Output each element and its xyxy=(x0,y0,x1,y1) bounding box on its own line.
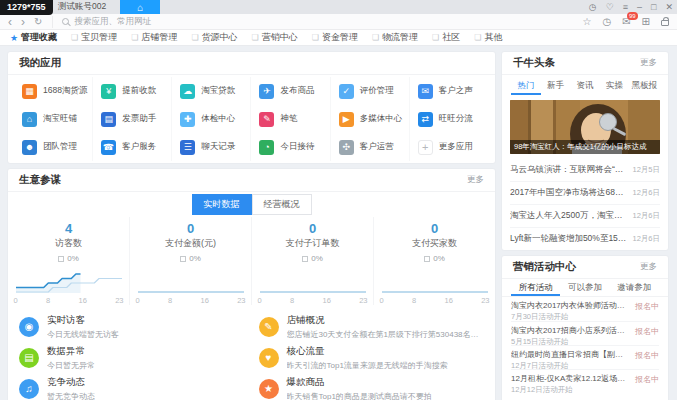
tab-invited[interactable]: 邀请参加 xyxy=(610,279,659,296)
nav-item-wuliu[interactable]: ❏物流管理 xyxy=(372,31,418,44)
stat-sub-orders[interactable]: 0 支付子订单数 0% xyxy=(251,217,373,265)
tab-practice[interactable]: 实操 xyxy=(600,75,630,95)
business-advisor-title: 生意参谋 xyxy=(19,173,61,187)
headlines-more-link[interactable]: 更多 xyxy=(640,57,657,69)
app-icon: ☻ xyxy=(22,140,37,155)
news-item[interactable]: Lyft新一轮融资增加50%至15亿美元12月6日 xyxy=(510,227,660,250)
speaker-icon: ♫ xyxy=(19,379,39,399)
stat-paying-buyers[interactable]: 0 支付买家数 0% xyxy=(373,217,495,265)
app-item[interactable]: ☁淘宝贷款 xyxy=(172,77,251,105)
close-button[interactable]: ✕ xyxy=(665,3,673,12)
tab-hot[interactable]: 热门 xyxy=(511,75,541,95)
folder-icon: ❏ xyxy=(191,33,198,42)
cart-icon: ★ xyxy=(259,379,279,399)
trend-flat-icon xyxy=(58,256,64,262)
app-item[interactable]: ✈发布商品 xyxy=(251,77,330,105)
app-item[interactable]: ✉客户之声 xyxy=(410,77,489,105)
mini-charts-row: 081623 081623 081623 081623 xyxy=(8,265,495,307)
visitor-pin-icon: ◉ xyxy=(19,317,39,337)
app-item[interactable]: ◔今日接待 xyxy=(251,133,330,161)
lock-icon[interactable] xyxy=(661,20,669,26)
news-item[interactable]: 马云乌镇演讲：互联网将会“从有到无”12月5日 xyxy=(510,158,660,181)
app-item[interactable]: ✎神笔 xyxy=(251,105,330,133)
marketing-more-link[interactable]: 更多 xyxy=(640,261,657,273)
back-button[interactable]: ‹ xyxy=(8,16,12,28)
menu-icon[interactable]: ≡ xyxy=(623,3,628,12)
app-item[interactable]: ✚体检中心 xyxy=(172,105,251,133)
heart-icon[interactable]: ♡ xyxy=(606,3,614,12)
app-icon: ▶ xyxy=(339,112,354,127)
tab-beginner[interactable]: 新手 xyxy=(541,75,571,95)
history-icon[interactable]: ◷ xyxy=(602,16,611,27)
app-item[interactable]: ¥提前收款 xyxy=(93,77,172,105)
pencil-icon: ✎ xyxy=(259,317,279,337)
tab-operations-overview[interactable]: 经营概况 xyxy=(252,194,312,215)
nav-item-yingxiao[interactable]: ❏营销中心 xyxy=(252,31,298,44)
insight-hot-product[interactable]: ★ 爆款商品昨天销售Top1的商品是测试商品请不要拍 xyxy=(259,373,485,400)
folder-icon: ❏ xyxy=(372,33,379,42)
star-icon[interactable]: ☆ xyxy=(583,16,592,27)
app-icon: ✚ xyxy=(180,112,195,127)
app-icon: ☰ xyxy=(180,140,195,155)
tab-all-activities[interactable]: 所有活动 xyxy=(511,279,560,296)
activity-item[interactable]: 淘宝内衣2017招商小店系列活动02-5月15日活动开始 报名中 xyxy=(511,321,659,345)
minimize-button[interactable]: – xyxy=(637,3,642,12)
maximize-button[interactable]: □ xyxy=(651,3,656,12)
activity-item[interactable]: 12月租柜-仅KA卖家12.12返场奖励12月12日活动开始 报名中 xyxy=(511,369,659,393)
news-item[interactable]: 淘宝达人年入2500万，淘宝已成内容创业第一...12月6日 xyxy=(510,204,660,227)
app-item[interactable]: ⌂淘宝旺铺 xyxy=(14,105,93,133)
nav-item-huoyuan[interactable]: ❏货源中心 xyxy=(191,31,237,44)
activity-item[interactable]: 淘宝内衣2017内衣体验师活动招商7月30日活动开始 报名中 xyxy=(511,297,659,321)
insight-core-traffic[interactable]: ♥ 核心流量昨天引流的Top1流量来源是无线端的手淘搜索 xyxy=(259,342,485,373)
insight-shop-overview[interactable]: ✎ 店铺概况您店铺近30天支付金额在第1层级下排行第530438名，较前日上涨1… xyxy=(259,311,485,342)
news-item[interactable]: 2017年中国空净市场将达680万台，锤子畅呼吸...12月6日 xyxy=(510,181,660,204)
app-item[interactable]: ✣客户运营 xyxy=(331,133,410,161)
more-apps-button[interactable]: +更多应用 xyxy=(410,133,489,161)
app-item[interactable]: ▦1688淘货源 xyxy=(14,77,93,105)
app-item[interactable]: ▤发票助手 xyxy=(93,105,172,133)
stats-row: 4 访客数 0% 0 支付金额(元) 0% 0 支付子订单数 0% 0 支付买家… xyxy=(8,217,495,265)
mail-button[interactable]: ✉ 99 xyxy=(622,16,630,27)
nav-item-qita[interactable]: ❏其他 xyxy=(474,31,502,44)
account-tab[interactable]: 测试账号002 xyxy=(58,1,106,13)
clock-icon[interactable]: ◷ xyxy=(589,3,597,12)
folder-icon: ❏ xyxy=(131,33,138,42)
app-item[interactable]: ✓评价管理 xyxy=(331,77,410,105)
manage-favorites-button[interactable]: ★ 管理收藏 xyxy=(10,31,57,44)
search-icon xyxy=(62,18,69,25)
tab-blackboard[interactable]: 黑板报 xyxy=(629,75,659,95)
home-tab[interactable]: ⌂ xyxy=(120,0,160,14)
folder-icon: ❏ xyxy=(71,33,78,42)
stat-payment-amount[interactable]: 0 支付金额(元) 0% xyxy=(129,217,251,265)
insight-realtime-visitors[interactable]: ◉ 实时访客今日无线端暂无访客 xyxy=(19,311,245,342)
featured-article[interactable]: 98年淘宝红人：年成交1亿的小目标达成 xyxy=(510,100,660,154)
app-item[interactable]: ▶多媒体中心 xyxy=(331,105,410,133)
nav-item-baobei[interactable]: ❏宝贝管理 xyxy=(71,31,117,44)
nav-item-dianpu[interactable]: ❏店铺管理 xyxy=(131,31,177,44)
app-icon: ⇄ xyxy=(418,112,433,127)
manage-favorites-label: 管理收藏 xyxy=(21,31,57,44)
stat-visitors[interactable]: 4 访客数 0% xyxy=(8,217,129,265)
heart-icon: ♥ xyxy=(259,348,279,368)
app-item[interactable]: ☰聊天记录 xyxy=(172,133,251,161)
insight-data-anomaly[interactable]: ▤ 数据异常今日暂无异常 xyxy=(19,342,245,373)
titlebar: 1279*755 测试账号002 ⌂ ◷ ♡ ≡ – □ ✕ xyxy=(0,0,677,14)
status-badge: 报名中 xyxy=(635,301,659,312)
search-input[interactable]: 搜索应用、常用网址 xyxy=(52,16,302,28)
app-item[interactable]: ☎客户服务 xyxy=(93,133,172,161)
nav-item-shequ[interactable]: ❏社区 xyxy=(432,31,460,44)
business-more-link[interactable]: 更多 xyxy=(467,174,484,186)
app-item[interactable]: ☻团队管理 xyxy=(14,133,93,161)
tab-can-join[interactable]: 可以参加 xyxy=(560,279,609,296)
app-item[interactable]: ⇄旺旺分流 xyxy=(410,105,489,133)
grid-icon[interactable]: ⊞ xyxy=(642,16,650,27)
activity-item[interactable]: 纽约最时尚直播日常招商【副本】12月7日活动开始 报名中 xyxy=(511,345,659,369)
insight-competition[interactable]: ♫ 竞争动态暂无竞争动态 xyxy=(19,373,245,400)
tab-realtime-data[interactable]: 实时数据 xyxy=(192,194,252,215)
tab-news[interactable]: 资讯 xyxy=(570,75,600,95)
app-icon: ◔ xyxy=(259,140,274,155)
nav-item-zijin[interactable]: ❏资金管理 xyxy=(312,31,358,44)
trend-flat-icon xyxy=(424,256,430,262)
forward-button[interactable]: › xyxy=(21,16,25,28)
refresh-button[interactable]: ↻ xyxy=(34,16,42,27)
